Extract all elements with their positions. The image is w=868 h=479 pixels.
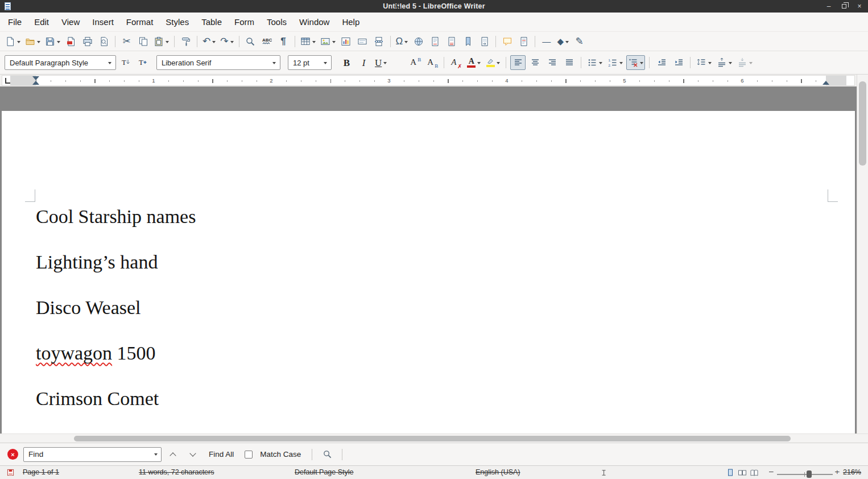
menu-window[interactable]: Window [293,14,336,30]
decrease-paragraph-spacing-button[interactable] [735,55,754,70]
menu-insert[interactable]: Insert [86,14,120,30]
font-size-combobox[interactable]: 12 pt [288,55,332,70]
new-document-button[interactable] [3,34,22,49]
paragraph-text[interactable]: 1500 [112,342,156,364]
zoom-in-button[interactable]: + [835,468,840,476]
menu-edit[interactable]: Edit [28,14,55,30]
insert-textbox-button[interactable] [355,34,370,49]
insert-cross-reference-button[interactable] [477,34,492,49]
paragraph[interactable]: toywagon 1500 [36,340,838,366]
tab-stop-selector-icon[interactable] [5,78,10,84]
strikethrough-button[interactable]: S [390,55,406,70]
bold-button[interactable]: B [339,55,354,70]
page-style[interactable]: Default Page Style [295,468,354,476]
show-draw-functions-button[interactable]: ✎ [572,34,587,49]
underline-button[interactable]: U [373,55,388,70]
open-button[interactable] [23,34,42,49]
italic-button[interactable]: I [356,55,371,70]
misspelled-word[interactable]: toywagon [36,342,112,364]
find-and-replace-button[interactable] [319,447,336,462]
clone-formatting-button[interactable] [178,34,193,49]
find-all-button[interactable]: Find All [204,450,238,459]
menu-help[interactable]: Help [336,14,366,30]
menu-tools[interactable]: Tools [261,14,293,30]
word-count[interactable]: 11 words, 72 characters [139,468,214,476]
decrease-indent-button[interactable] [654,55,669,70]
document-text[interactable]: Cool Starship names Lighting’s hand Disc… [2,111,855,411]
page-count[interactable]: Page 1 of 1 [23,468,59,476]
increase-indent-button[interactable] [671,55,686,70]
zoom-slider-knob[interactable] [807,470,812,478]
match-case-label[interactable]: Match Case [255,450,305,459]
basic-shapes-button[interactable]: ◆ [555,34,571,49]
zoom-out-button[interactable]: − [769,468,774,476]
vertical-scrollbar-thumb[interactable] [859,81,866,166]
paste-button[interactable] [152,34,171,49]
right-indent-marker[interactable] [822,81,829,85]
horizontal-scrollbar[interactable] [0,433,868,443]
close-find-bar-button[interactable]: × [7,449,18,460]
multi-page-view-icon[interactable] [738,468,747,477]
book-view-icon[interactable] [750,468,759,477]
align-right-button[interactable] [544,55,560,70]
align-justify-button[interactable] [561,55,577,70]
paragraph-style-combobox[interactable]: Default Paragraph Style [5,55,116,70]
clear-formatting-button[interactable]: A✗ [448,55,464,70]
close-button[interactable]: × [855,3,863,10]
line-spacing-button[interactable] [695,55,713,70]
font-name-combobox[interactable]: Liberation Serif [156,55,280,70]
copy-button[interactable] [135,34,151,49]
align-center-button[interactable] [527,55,543,70]
zoom-level[interactable]: 216% [843,468,861,476]
paragraph[interactable]: Disco Weasel [36,295,838,320]
print-button[interactable] [80,34,95,49]
save-button[interactable] [43,34,62,49]
track-changes-button[interactable] [516,34,531,49]
menu-styles[interactable]: Styles [159,14,195,30]
vertical-scrollbar[interactable] [857,75,868,433]
insert-table-button[interactable] [299,34,317,49]
update-style-button[interactable]: T [118,55,133,70]
menu-table[interactable]: Table [195,14,228,30]
menu-form[interactable]: Form [228,14,261,30]
insert-hyperlink-button[interactable] [411,34,426,49]
minimize-button[interactable]: – [825,3,833,10]
insert-endnote-button[interactable] [444,34,459,49]
ordered-list-button[interactable]: 1.2. [606,55,625,70]
menu-view[interactable]: View [55,14,86,30]
find-previous-button[interactable] [164,447,181,462]
paragraph[interactable]: Lighting’s hand [36,249,838,275]
undo-button[interactable]: ↶ [201,34,217,49]
text-language[interactable]: English (USA) [476,468,520,476]
formatting-marks-button[interactable]: ¶ [276,34,291,49]
cut-button[interactable]: ✂ [119,34,134,49]
restore-button[interactable] [840,3,848,10]
page[interactable]: Cool Starship names Lighting’s hand Disc… [2,111,855,433]
no-list-button[interactable] [626,55,645,70]
find-next-button[interactable] [184,447,201,462]
paragraph[interactable]: Crimson Comet [36,386,838,411]
export-pdf-button[interactable] [63,34,78,49]
horizontal-scrollbar-thumb[interactable] [74,436,791,441]
insert-image-button[interactable] [319,34,337,49]
zoom-slider[interactable] [777,474,833,475]
highlight-color-button[interactable] [484,55,502,70]
first-line-indent-marker[interactable] [32,76,39,80]
insert-bookmark-button[interactable] [460,34,476,49]
align-left-button[interactable] [510,55,526,70]
spelling-button[interactable]: ABC [259,34,275,49]
horizontal-line-button[interactable]: — [539,34,554,49]
find-replace-button[interactable] [243,34,258,49]
insert-footnote-button[interactable] [427,34,443,49]
insert-pagebreak-button[interactable] [371,34,387,49]
left-indent-marker[interactable] [32,81,39,85]
increase-paragraph-spacing-button[interactable] [715,55,734,70]
find-input[interactable] [23,447,162,462]
redo-button[interactable]: ↷ [218,34,235,49]
insert-chart-button[interactable] [338,34,354,49]
paragraph[interactable]: Cool Starship names [36,204,838,229]
insert-comment-button[interactable] [499,34,515,49]
menu-file[interactable]: File [2,14,28,30]
match-case-checkbox[interactable] [245,451,253,459]
single-page-view-icon[interactable] [726,468,735,477]
